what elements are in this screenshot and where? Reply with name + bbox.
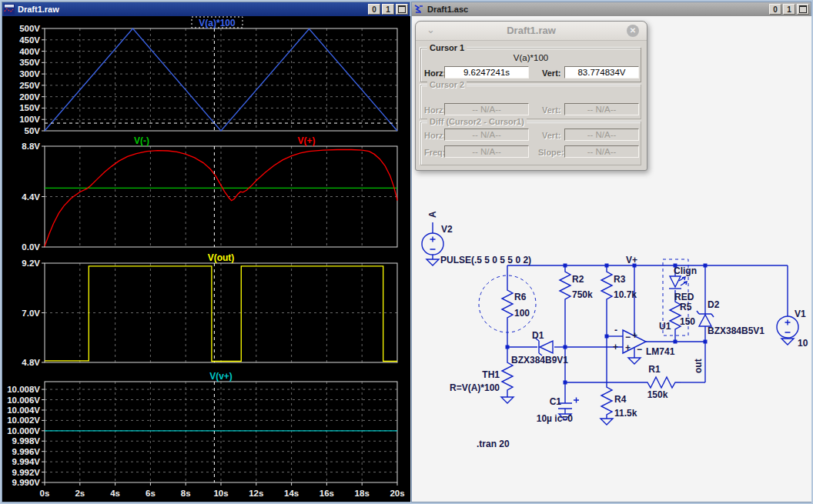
diff-freq-label: Freq: <box>424 148 446 157</box>
pane-0-button[interactable]: 0 <box>769 4 781 15</box>
x-tick-label: 14s <box>284 489 299 498</box>
maximize-button[interactable] <box>396 4 408 15</box>
cursor2-horz-label: Horz: <box>424 105 446 115</box>
pane-1-button[interactable]: 1 <box>382 4 394 15</box>
x-tick-label: 12s <box>249 489 263 498</box>
component-name-R3: R3 <box>614 274 626 285</box>
component-value-TH1: R=V(A)*100 <box>450 382 500 393</box>
y-tick-label: 300V <box>19 69 40 78</box>
component-name-R4: R4 <box>614 394 627 405</box>
cursor-dialog[interactable]: ⌄ Draft1.raw ✕ Cursor 1 V(a)*100 Horz: V… <box>415 21 647 171</box>
spice-directive: .tran 20 <box>477 439 510 449</box>
component-value-D2: BZX384B5V1 <box>708 325 764 336</box>
x-tick-label: 2s <box>75 489 85 498</box>
x-tick-label: 0s <box>40 489 50 498</box>
cursor1-horz-field[interactable] <box>444 66 529 78</box>
diff-vert-label: Vert: <box>542 131 560 140</box>
x-tick-label: 18s <box>355 489 370 498</box>
pane-0-button[interactable]: 0 <box>368 4 380 15</box>
cursor1-group-label: Cursor 1 <box>427 43 467 52</box>
waveform-titlebar[interactable]: Draft1.raw 0 1 <box>2 2 410 16</box>
trace-title[interactable]: V(+) <box>297 135 315 146</box>
component-name-R1: R1 <box>648 364 661 375</box>
opamp-vplus-pin-label: + <box>632 330 637 341</box>
diff-slope-field <box>564 145 639 158</box>
component-name-U1: U1 <box>659 321 671 332</box>
component-name-D2: D2 <box>708 299 720 310</box>
waveform-window: Draft1.raw 0 1 500V450V400V350V300V250V2… <box>2 2 410 502</box>
y-tick-label: 9.992V <box>12 468 41 477</box>
component-value-V1: 10 <box>798 338 808 349</box>
y-tick-label: 9.994V <box>12 457 41 466</box>
wire-junction-node <box>564 264 567 268</box>
waveform-plot-svg[interactable]: 500V450V400V350V300V250V200V150V100V50VV… <box>3 16 410 502</box>
y-tick-label: 150V <box>19 103 40 112</box>
trace-title[interactable]: V(-) <box>134 135 149 146</box>
y-tick-label: 10.000V <box>7 426 40 436</box>
close-icon[interactable]: ✕ <box>627 25 639 37</box>
component-value-C1: 10µ ic=0 <box>537 413 574 424</box>
component-value-D1: BZX384B9V1 <box>511 355 568 365</box>
x-tick-label: 8s <box>181 489 191 498</box>
diff-freq-field <box>444 145 529 158</box>
schematic-window-icon <box>413 4 424 15</box>
y-tick-label: 9.2V <box>22 259 40 268</box>
diff-group-label: Diff (Cursor2 - Cursor1) <box>427 117 527 126</box>
waveform-window-icon <box>4 4 15 15</box>
opamp-minus-input-label: - <box>614 325 617 335</box>
y-tick-label: 8.8V <box>22 142 40 151</box>
y-tick-label: 500V <box>19 24 40 33</box>
pane-1-button[interactable]: 1 <box>783 4 795 15</box>
diff-horz-field <box>444 129 529 141</box>
component-name-V2: V2 <box>441 224 453 235</box>
wire-junction-node <box>506 345 510 349</box>
y-tick-label: 4.8V <box>22 358 40 367</box>
y-tick-label: 10.002V <box>7 416 40 425</box>
trace-title[interactable]: V(v+) <box>209 371 233 382</box>
schematic-window-title: Draft1.asc <box>427 5 768 14</box>
opamp-inside-minus: − <box>625 332 631 342</box>
diff-group: Diff (Cursor2 - Cursor1) Horz: Vert: Fre… <box>420 122 641 165</box>
component-value-R2: 750k <box>572 289 593 300</box>
y-tick-label: 400V <box>19 47 40 56</box>
cursor2-group: Cursor 2 Horz: Vert: <box>420 85 641 119</box>
x-tick-label: 16s <box>320 489 334 498</box>
plot-background <box>3 16 410 502</box>
wire-junction-node <box>564 345 567 349</box>
trace-title[interactable]: V(out) <box>208 252 235 263</box>
y-tick-label: 100V <box>19 115 40 124</box>
cursor2-vert-label: Vert: <box>542 105 560 115</box>
cursor-dialog-titlebar[interactable]: ⌄ Draft1.raw ✕ <box>416 22 647 41</box>
cursor2-horz-field <box>444 103 529 115</box>
cursor1-vert-field[interactable] <box>564 66 639 78</box>
waveform-plot-area[interactable]: 500V450V400V350V300V250V200V150V100V50VV… <box>3 16 409 501</box>
cursor1-horz-label: Horz: <box>424 68 446 78</box>
net-label-out: out <box>693 359 704 373</box>
component-value-R1: 150k <box>647 389 668 400</box>
component-name-R2: R2 <box>572 274 584 285</box>
component-name-D1: D1 <box>532 330 544 341</box>
cursor1-vert-label: Vert: <box>542 68 560 78</box>
diff-slope-label: Slope: <box>538 148 564 157</box>
trace-title[interactable]: V(a)*100 <box>199 18 236 28</box>
y-tick-label: 450V <box>19 35 40 45</box>
wire-junction-node <box>605 264 609 268</box>
y-tick-label: 9.996V <box>12 447 41 456</box>
component-name-TH1: TH1 <box>482 369 500 380</box>
net-label-A: A <box>427 211 438 218</box>
component-name-R5: R5 <box>680 302 692 312</box>
waveform-window-title: Draft1.raw <box>18 5 366 14</box>
schematic-titlebar[interactable]: Draft1.asc 0 1 <box>412 2 811 16</box>
cursor1-trace-name: V(a)*100 <box>421 53 641 62</box>
cursor-dialog-title: Draft1.raw <box>416 25 647 36</box>
maximize-button[interactable] <box>797 4 809 15</box>
component-value-U1: LM741 <box>646 346 675 357</box>
y-tick-label: 9.990V <box>12 478 41 487</box>
component-name-C1: C1 <box>550 396 562 407</box>
y-tick-label: 10.004V <box>7 406 40 415</box>
component-value-R4: 11.5k <box>614 408 637 419</box>
x-tick-label: 10s <box>213 489 228 498</box>
component-value-V2: PULSE(.5 5 0 5 5 0 2) <box>440 255 531 265</box>
component-value-R5: 150 <box>680 316 695 327</box>
net-label-V+: V+ <box>626 255 637 265</box>
